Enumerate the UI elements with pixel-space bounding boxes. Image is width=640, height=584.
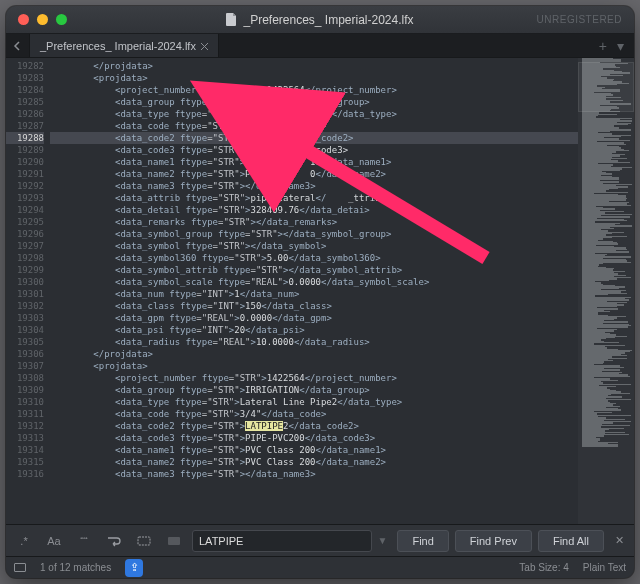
code-line[interactable]: <data_num ftype="INT">1</data_num>	[50, 288, 578, 300]
code-line[interactable]: <data_code2 ftype="STR">LATPIPE2</data_c…	[50, 420, 578, 432]
maximize-window-button[interactable]	[56, 14, 67, 25]
code-line[interactable]: <data_name2 ftype="STR">PVC Sched 0</dat…	[50, 168, 578, 180]
line-number[interactable]: 19294	[6, 204, 44, 216]
line-number[interactable]: 19299	[6, 264, 44, 276]
line-number[interactable]: 19293	[6, 192, 44, 204]
code-line[interactable]: <data_name1 ftype="STR">PVC Class 200</d…	[50, 444, 578, 456]
line-number[interactable]: 19297	[6, 240, 44, 252]
find-input[interactable]	[192, 530, 372, 552]
line-number[interactable]: 19285	[6, 96, 44, 108]
line-number[interactable]: 19283	[6, 72, 44, 84]
wrap-toggle-button[interactable]	[102, 530, 126, 552]
close-tab-button[interactable]	[200, 41, 210, 51]
tab-overflow-button[interactable]: ▾	[617, 39, 624, 53]
find-all-button[interactable]: Find All	[538, 530, 604, 552]
line-number[interactable]: 19309	[6, 384, 44, 396]
line-number[interactable]: 19315	[6, 456, 44, 468]
code-line[interactable]: <data_symbol_attrib ftype="STR"></data_s…	[50, 264, 578, 276]
code-line[interactable]: <data_attrib ftype="STR">pipe-lateral</ …	[50, 192, 578, 204]
minimize-window-button[interactable]	[37, 14, 48, 25]
code-line[interactable]: <data_detail ftype="STR">328409.76</data…	[50, 204, 578, 216]
code-line[interactable]: <data_name2 ftype="STR">PVC Class 200</d…	[50, 456, 578, 468]
code-line[interactable]: <data_name1 ftype="STR">PVC Sche 10</dat…	[50, 156, 578, 168]
code-line[interactable]: <data_symbol_group ftype="STR"></data_sy…	[50, 228, 578, 240]
code-line[interactable]: </projdata>	[50, 60, 578, 72]
code-line[interactable]: <project_number ftype="STR">1422564</pro…	[50, 372, 578, 384]
new-tab-button[interactable]: +	[599, 39, 607, 53]
line-number[interactable]: 19308	[6, 372, 44, 384]
close-find-bar-button[interactable]: ✕	[610, 534, 628, 547]
syntax-selector[interactable]: Plain Text	[583, 562, 626, 573]
find-prev-button[interactable]: Find Prev	[455, 530, 532, 552]
line-number[interactable]: 19304	[6, 324, 44, 336]
tab-history-back-button[interactable]	[6, 34, 30, 57]
code-line[interactable]: <project_number ftype="STR">1422564</pro…	[50, 84, 578, 96]
code-line[interactable]: <data_code3 ftype="STR">PIPE-PVC200</dat…	[50, 432, 578, 444]
code-line[interactable]: <data_symbol360 ftype="STR">5.00</data_s…	[50, 252, 578, 264]
line-number[interactable]: 19306	[6, 348, 44, 360]
find-history-dropdown[interactable]: ▼	[378, 535, 392, 546]
case-sensitive-toggle-button[interactable]: Aa	[42, 530, 66, 552]
close-window-button[interactable]	[18, 14, 29, 25]
code-line[interactable]: <data_code3 ftype="STR">P-PVC40 _code3>	[50, 144, 578, 156]
input-indicator-icon[interactable]: ⇪	[125, 559, 143, 577]
line-number[interactable]: 19287	[6, 120, 44, 132]
line-number[interactable]: 19298	[6, 252, 44, 264]
line-number[interactable]: 19301	[6, 288, 44, 300]
line-number[interactable]: 19313	[6, 432, 44, 444]
whole-word-toggle-button[interactable]: ““	[72, 530, 96, 552]
code-area[interactable]: </projdata> <projdata> <project_number f…	[50, 58, 578, 524]
find-next-button[interactable]: Find	[397, 530, 448, 552]
tab-label: _Preferences_ Imperial-2024.lfx	[40, 40, 196, 52]
line-number[interactable]: 19295	[6, 216, 44, 228]
line-number[interactable]: 19290	[6, 156, 44, 168]
code-line[interactable]: <projdata>	[50, 72, 578, 84]
line-number[interactable]: 19312	[6, 420, 44, 432]
line-number[interactable]: 19288	[6, 132, 44, 144]
line-number[interactable]: 19282	[6, 60, 44, 72]
code-line[interactable]: <data_code ftype="STR">1/2"</data_code>	[50, 120, 578, 132]
code-line[interactable]: <data_group ftype="STR">IRRIGATION</data…	[50, 96, 578, 108]
line-number-gutter[interactable]: 1928219283192841928519286192871928819289…	[6, 58, 50, 524]
code-line[interactable]: <projdata>	[50, 360, 578, 372]
line-number[interactable]: 19310	[6, 396, 44, 408]
code-line[interactable]: <data_group ftype="STR">IRRIGATION</data…	[50, 384, 578, 396]
code-line[interactable]: <data_name3 ftype="STR"></data_name3>	[50, 468, 578, 480]
code-line[interactable]: <data_code ftype="STR">3/4"</data_code>	[50, 408, 578, 420]
line-number[interactable]: 19302	[6, 300, 44, 312]
code-line[interactable]: <data_symbol ftype="STR"></data_symbol>	[50, 240, 578, 252]
code-line[interactable]: <data_psi ftype="INT">20</data_psi>	[50, 324, 578, 336]
code-line[interactable]: <data_gpm ftype="REAL">0.0000</data_gpm>	[50, 312, 578, 324]
highlight-matches-toggle-button[interactable]	[162, 530, 186, 552]
line-number[interactable]: 19307	[6, 360, 44, 372]
line-number[interactable]: 19305	[6, 336, 44, 348]
line-number[interactable]: 19314	[6, 444, 44, 456]
line-number[interactable]: 19316	[6, 468, 44, 480]
open-file-tab[interactable]: _Preferences_ Imperial-2024.lfx	[30, 34, 219, 57]
line-number[interactable]: 19289	[6, 144, 44, 156]
in-selection-toggle-button[interactable]	[132, 530, 156, 552]
code-line[interactable]: <data_type ftype="STR">Lateral Line Pipe…	[50, 108, 578, 120]
minimap-viewport[interactable]	[578, 62, 634, 112]
app-window: _Preferences_ Imperial-2024.lfx UNREGIST…	[6, 6, 634, 578]
code-line[interactable]: <data_class ftype="INT">150</data_class>	[50, 300, 578, 312]
line-number[interactable]: 19303	[6, 312, 44, 324]
line-number[interactable]: 19284	[6, 84, 44, 96]
code-line[interactable]: <data_name3 ftype="STR"></data_name3>	[50, 180, 578, 192]
code-line[interactable]: <data_remarks ftype="STR"></data_remarks…	[50, 216, 578, 228]
line-number[interactable]: 19311	[6, 408, 44, 420]
line-number[interactable]: 19286	[6, 108, 44, 120]
tab-size-selector[interactable]: Tab Size: 4	[519, 562, 568, 573]
code-line[interactable]: <data_radius ftype="REAL">10.0000</data_…	[50, 336, 578, 348]
toggle-side-panel-button[interactable]	[14, 563, 26, 572]
line-number[interactable]: 19300	[6, 276, 44, 288]
line-number[interactable]: 19291	[6, 168, 44, 180]
code-line[interactable]: <data_symbol_scale ftype="REAL">0.0000</…	[50, 276, 578, 288]
minimap[interactable]	[578, 58, 634, 524]
code-line[interactable]: <data_code2 ftype="STR">LATPIPE</data_co…	[50, 132, 578, 144]
code-line[interactable]: </projdata>	[50, 348, 578, 360]
regex-toggle-button[interactable]: .*	[12, 530, 36, 552]
code-line[interactable]: <data_type ftype="STR">Lateral Line Pipe…	[50, 396, 578, 408]
line-number[interactable]: 19296	[6, 228, 44, 240]
line-number[interactable]: 19292	[6, 180, 44, 192]
